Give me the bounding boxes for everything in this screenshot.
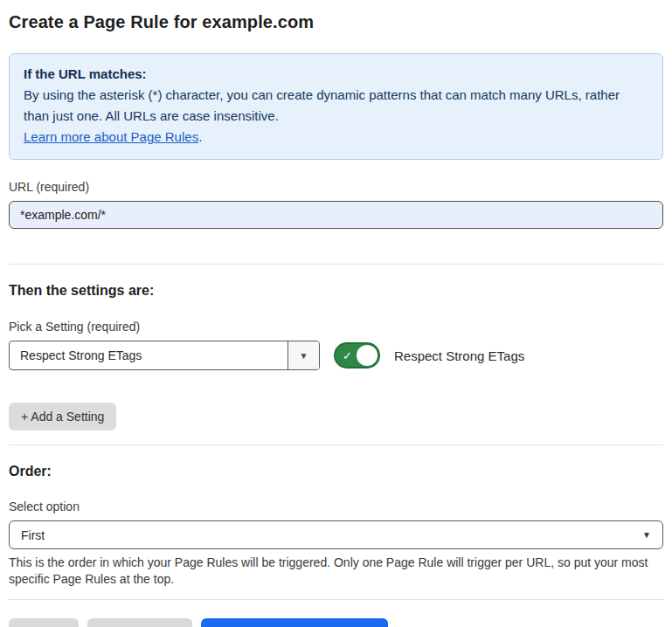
info-box-link-line: Learn more about Page Rules. xyxy=(24,127,648,148)
cancel-button[interactable]: Cancel xyxy=(9,618,79,627)
setting-toggle[interactable]: ✓ xyxy=(334,342,380,369)
divider xyxy=(9,264,663,265)
order-select[interactable]: First ▼ xyxy=(9,520,663,549)
pick-setting-label: Pick a Setting (required) xyxy=(9,319,663,334)
learn-more-link[interactable]: Learn more about Page Rules xyxy=(24,129,198,144)
setting-toggle-label: Respect Strong ETags xyxy=(394,348,524,363)
page-title: Create a Page Rule for example.com xyxy=(9,10,663,33)
info-box-heading: If the URL matches: xyxy=(24,64,648,85)
setting-select[interactable]: Respect Strong ETags ▼ xyxy=(9,341,320,370)
setting-select-value: Respect Strong ETags xyxy=(10,341,288,369)
check-icon: ✓ xyxy=(343,350,352,362)
url-field-label: URL (required) xyxy=(9,179,663,195)
save-and-deploy-button[interactable]: Save and Deploy Page Rule xyxy=(201,618,388,627)
order-section-heading: Order: xyxy=(9,463,663,480)
footer-actions: Cancel Save as Draft Save and Deploy Pag… xyxy=(9,618,663,627)
order-select-label: Select option xyxy=(9,499,663,514)
add-setting-button[interactable]: + Add a Setting xyxy=(9,403,116,431)
divider xyxy=(9,444,663,445)
url-input[interactable] xyxy=(9,201,663,229)
setting-row: Respect Strong ETags ▼ ✓ Respect Strong … xyxy=(9,341,663,370)
chevron-down-icon: ▼ xyxy=(300,351,308,361)
save-as-draft-button[interactable]: Save as Draft xyxy=(87,618,193,627)
info-box-body: By using the asterisk (*) character, you… xyxy=(24,85,648,127)
chevron-down-icon: ▼ xyxy=(642,530,651,540)
setting-select-arrow-button[interactable]: ▼ xyxy=(288,341,319,369)
url-match-info-box: If the URL matches: By using the asteris… xyxy=(9,53,663,160)
divider xyxy=(9,599,663,600)
toggle-knob xyxy=(357,345,378,366)
order-select-value: First xyxy=(21,528,45,542)
order-help-text: This is the order in which your Page Rul… xyxy=(9,555,663,588)
link-period: . xyxy=(198,129,202,144)
settings-section-heading: Then the settings are: xyxy=(9,282,663,300)
